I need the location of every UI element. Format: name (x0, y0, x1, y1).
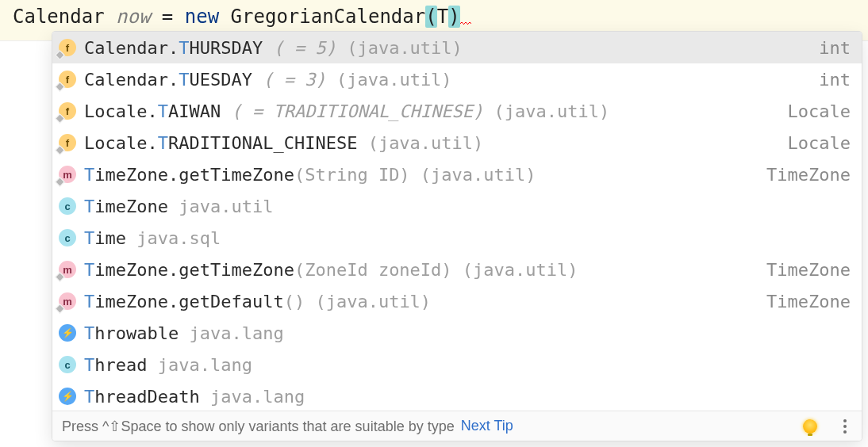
completion-item[interactable]: ⚡ThreadDeath java.lang (52, 380, 862, 411)
static-marker-icon (55, 82, 65, 92)
completion-item[interactable]: fCalendar.TUESDAY ( = 3) (java.util)int (52, 63, 862, 95)
new-token: new (185, 6, 219, 28)
completion-item[interactable]: cTimeZone java.util (52, 190, 862, 222)
completion-item[interactable]: mTimeZone.getTimeZone(ZoneId zoneId) (ja… (52, 254, 862, 285)
footer-hint: Press ^⇧Space to show only variants that… (62, 418, 455, 435)
field-icon: f (59, 39, 76, 56)
arg-token: T (437, 6, 448, 28)
completion-item[interactable]: fCalendar.THURSDAY ( = 5) (java.util)int (52, 32, 862, 63)
cls-icon: c (59, 197, 76, 215)
field-icon: f (59, 71, 76, 88)
completion-text: TimeZone.getTimeZone(String ID) (java.ut… (84, 165, 746, 185)
completion-item[interactable]: cThread java.lang (52, 349, 862, 380)
type-token: Calendar (13, 6, 105, 28)
bulb-icon[interactable] (803, 419, 817, 434)
completion-text: Throwable java.lang (84, 323, 851, 343)
field-icon: f (59, 102, 76, 120)
static-marker-icon (55, 272, 65, 282)
completion-item[interactable]: ⚡Throwable java.lang (52, 317, 862, 349)
close-paren: ) (448, 6, 459, 28)
bolt-icon: ⚡ (59, 324, 76, 342)
field-icon: f (59, 134, 76, 151)
completion-text: Calendar.THURSDAY ( = 5) (java.util) (84, 38, 798, 58)
method-icon: m (59, 166, 76, 183)
ctor-token: GregorianCalendar (231, 6, 426, 28)
completion-text: TimeZone java.util (84, 197, 851, 216)
static-marker-icon (55, 177, 65, 187)
completion-text: Locale.TRADITIONAL_CHINESE (java.util) (84, 133, 767, 153)
static-marker-icon (55, 145, 65, 155)
completion-footer: Press ^⇧Space to show only variants that… (52, 411, 862, 441)
static-marker-icon (55, 50, 65, 60)
completion-item[interactable]: mTimeZone.getDefault() (java.util)TimeZo… (52, 285, 862, 317)
method-icon: m (59, 292, 76, 310)
completion-popup: fCalendar.THURSDAY ( = 5) (java.util)int… (52, 32, 862, 441)
completion-item[interactable]: fLocale.TAIWAN ( = TRADITIONAL_CHINESE) … (52, 95, 862, 127)
completion-text: Time java.sql (84, 228, 851, 248)
completion-type: TimeZone (766, 260, 851, 280)
completion-type: TimeZone (766, 292, 851, 311)
var-token: now (116, 6, 150, 28)
completion-list[interactable]: fCalendar.THURSDAY ( = 5) (java.util)int… (52, 32, 862, 411)
completion-type: Locale (788, 133, 851, 153)
completion-text: Thread java.lang (84, 355, 851, 375)
cls-icon: c (59, 229, 76, 246)
completion-type: Locale (788, 101, 851, 121)
cls-icon: c (59, 356, 76, 373)
completion-item[interactable]: fLocale.TRADITIONAL_CHINESE (java.util)L… (52, 127, 862, 159)
completion-type: int (819, 38, 851, 58)
completion-text: TimeZone.getDefault() (java.util) (84, 292, 746, 311)
more-menu-icon[interactable] (838, 419, 852, 434)
static-marker-icon (55, 304, 65, 314)
completion-text: ThreadDeath java.lang (84, 387, 851, 407)
next-tip-link[interactable]: Next Tip (461, 418, 513, 434)
completion-item[interactable]: cTime java.sql (52, 222, 862, 254)
completion-item[interactable]: mTimeZone.getTimeZone(String ID) (java.u… (52, 159, 862, 190)
completion-type: TimeZone (766, 165, 851, 185)
completion-text: TimeZone.getTimeZone(ZoneId zoneId) (jav… (84, 260, 746, 280)
completion-text: Calendar.TUESDAY ( = 3) (java.util) (84, 70, 798, 90)
completion-type: int (819, 70, 851, 90)
static-marker-icon (55, 113, 65, 124)
completion-text: Locale.TAIWAN ( = TRADITIONAL_CHINESE) (… (84, 101, 767, 121)
method-icon: m (59, 261, 76, 278)
bolt-icon: ⚡ (59, 388, 76, 405)
eq-token: = (162, 6, 173, 28)
error-underline-icon: 〰 (460, 17, 470, 30)
open-paren: ( (425, 6, 436, 28)
